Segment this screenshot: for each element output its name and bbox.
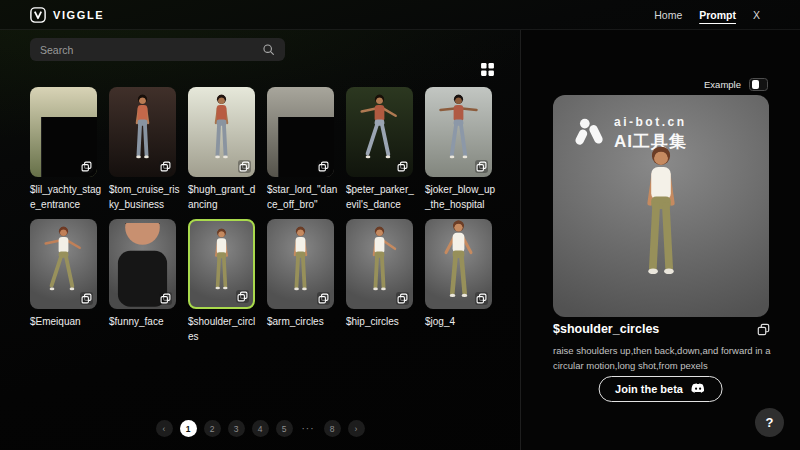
- brand-name: VIGGLE: [53, 9, 104, 21]
- gallery-item[interactable]: $star_lord_"dance_off_bro": [267, 87, 334, 212]
- gallery-panel: Search $lil_yachty_stage_entrance: [0, 30, 520, 450]
- gallery-item[interactable]: $lil_yachty_stage_entrance: [30, 87, 97, 212]
- top-nav: HomePromptX: [654, 9, 760, 21]
- example-toggle[interactable]: [749, 78, 768, 91]
- gallery-item-label: $hip_circles: [346, 314, 418, 329]
- gallery-thumbnail[interactable]: [425, 219, 492, 309]
- join-beta-label: Join the beta: [615, 383, 683, 395]
- gallery-thumbnail[interactable]: [267, 219, 334, 309]
- watermark-line1: ai-bot.cn: [614, 115, 687, 129]
- search-input[interactable]: Search: [30, 38, 285, 61]
- join-beta-button[interactable]: Join the beta: [598, 376, 723, 402]
- gif-badge-icon[interactable]: [475, 292, 488, 305]
- gallery-item-label: $Emeiquan: [30, 314, 102, 329]
- gif-badge-icon[interactable]: [159, 160, 172, 173]
- gallery-item-label: $jog_4: [425, 314, 497, 329]
- gif-badge-icon[interactable]: [159, 292, 172, 305]
- pagination-next-button[interactable]: ›: [348, 420, 365, 437]
- help-button[interactable]: ?: [755, 408, 784, 437]
- pagination-page-8[interactable]: 8: [324, 420, 341, 437]
- example-description: raise shoulders up,then back,down,and fo…: [553, 343, 772, 373]
- gallery-item-label: $arm_circles: [267, 314, 339, 329]
- gallery-thumbnail[interactable]: [346, 87, 413, 177]
- gallery-item[interactable]: $hugh_grant_dancing: [188, 87, 255, 212]
- gif-badge-icon[interactable]: [317, 160, 330, 173]
- example-title-row: $shoulder_circles: [553, 322, 770, 336]
- gallery-item[interactable]: $arm_circles: [267, 219, 334, 344]
- gallery-thumbnail[interactable]: [425, 87, 492, 177]
- brand[interactable]: VIGGLE: [30, 7, 104, 23]
- pagination-ellipsis[interactable]: ···: [300, 420, 317, 437]
- top-bar: VIGGLE HomePromptX: [0, 0, 800, 30]
- nav-item-x[interactable]: X: [753, 9, 760, 21]
- copy-icon[interactable]: [757, 323, 770, 336]
- nav-item-home[interactable]: Home: [654, 9, 682, 21]
- search-placeholder: Search: [40, 44, 73, 56]
- gallery-item-label: $lil_yachty_stage_entrance: [30, 182, 102, 212]
- gif-badge-icon[interactable]: [80, 160, 93, 173]
- pagination-page-5[interactable]: 5: [276, 420, 293, 437]
- gallery-item[interactable]: $tom_cruise_risky_business: [109, 87, 176, 212]
- pagination-page-3[interactable]: 3: [228, 420, 245, 437]
- viggle-app: VIGGLE HomePromptX Search $lil_: [0, 0, 800, 450]
- nav-item-prompt[interactable]: Prompt: [699, 9, 736, 21]
- viggle-logo-icon: [30, 7, 46, 23]
- gallery-item-label: $tom_cruise_risky_business: [109, 182, 181, 212]
- gallery-thumbnail[interactable]: [109, 87, 176, 177]
- gallery-item-label: $peter_parker_evil's_dance: [346, 182, 418, 212]
- gallery-thumbnail[interactable]: [30, 219, 97, 309]
- gif-badge-icon[interactable]: [236, 290, 249, 303]
- gallery-item[interactable]: $Emeiquan: [30, 219, 97, 344]
- gallery-item-label: $joker_blow_up_the_hospital: [425, 182, 497, 212]
- pagination: ‹12345···8›: [0, 420, 520, 437]
- gallery-grid: $lil_yachty_stage_entrance $tom_cruise_r…: [30, 87, 496, 344]
- gallery-thumbnail[interactable]: [30, 87, 97, 177]
- gif-badge-icon[interactable]: [80, 292, 93, 305]
- gallery-item-label: $shoulder_circles: [188, 314, 260, 344]
- gallery-item-label: $star_lord_"dance_off_bro": [267, 182, 339, 212]
- example-label: Example: [704, 79, 741, 90]
- gallery-item[interactable]: $funny_face: [109, 219, 176, 344]
- gallery-item[interactable]: $shoulder_circles: [188, 219, 255, 344]
- gallery-thumbnail[interactable]: [109, 219, 176, 309]
- gallery-thumbnail[interactable]: [267, 87, 334, 177]
- gif-badge-icon[interactable]: [475, 160, 488, 173]
- grid-view-icon[interactable]: [480, 62, 495, 81]
- gif-badge-icon[interactable]: [396, 160, 409, 173]
- example-panel: Example ai-bot.cn AI工具集: [520, 30, 800, 450]
- pagination-page-4[interactable]: 4: [252, 420, 269, 437]
- gallery-thumbnail[interactable]: [346, 219, 413, 309]
- gallery-item[interactable]: $peter_parker_evil's_dance: [346, 87, 413, 212]
- gallery-thumbnail[interactable]: [188, 219, 255, 309]
- pagination-prev-button[interactable]: ‹: [156, 420, 173, 437]
- example-title: $shoulder_circles: [553, 322, 659, 336]
- preview-figure: [596, 141, 726, 309]
- gallery-item[interactable]: $joker_blow_up_the_hospital: [425, 87, 492, 212]
- preview-card[interactable]: ai-bot.cn AI工具集: [553, 95, 769, 317]
- discord-icon: [691, 383, 706, 396]
- pagination-page-2[interactable]: 2: [204, 420, 221, 437]
- gif-badge-icon[interactable]: [238, 160, 251, 173]
- gallery-item-label: $funny_face: [109, 314, 181, 329]
- gallery-thumbnail[interactable]: [188, 87, 255, 177]
- search-icon: [262, 43, 275, 56]
- toggle-knob: [752, 80, 759, 89]
- pagination-page-1[interactable]: 1: [180, 420, 197, 437]
- gallery-item-label: $hugh_grant_dancing: [188, 182, 260, 212]
- gallery-item[interactable]: $jog_4: [425, 219, 492, 344]
- gif-badge-icon[interactable]: [396, 292, 409, 305]
- gallery-item[interactable]: $hip_circles: [346, 219, 413, 344]
- example-toggle-row: Example: [704, 78, 768, 91]
- gif-badge-icon[interactable]: [317, 292, 330, 305]
